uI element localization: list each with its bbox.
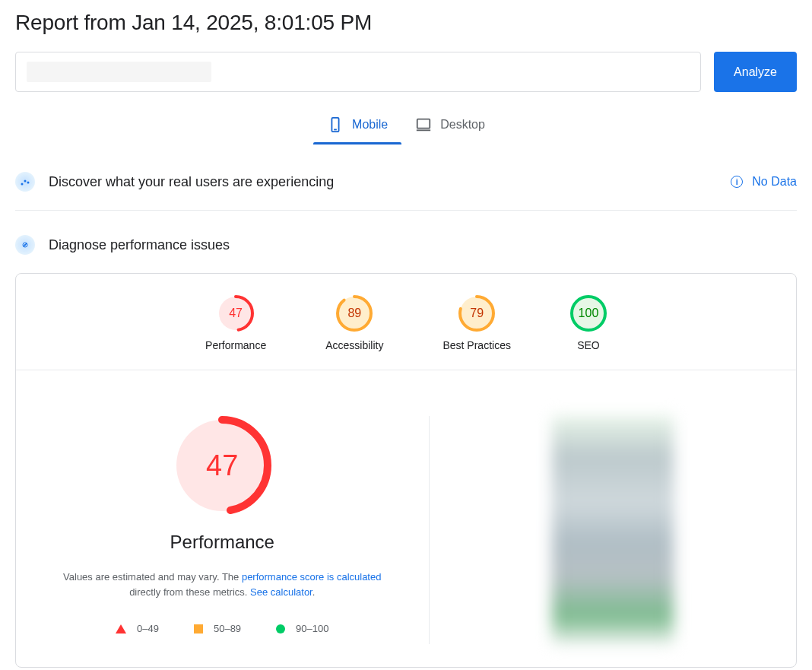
- gauge-row: 47 Performance 89 Accessibility: [16, 274, 796, 370]
- desktop-icon: [415, 116, 432, 133]
- svg-point-5: [24, 180, 27, 183]
- info-icon: i: [731, 176, 743, 188]
- legend-fail: 0–49: [116, 623, 159, 634]
- diagnose-icon: [15, 235, 35, 255]
- legend-pass: 90–100: [276, 623, 328, 634]
- performance-heading: Performance: [170, 532, 274, 553]
- platform-tabs: Mobile Desktop: [15, 110, 797, 144]
- svg-point-6: [27, 182, 30, 184]
- gauge-performance-score: 47: [217, 295, 254, 332]
- performance-detail: 47 Performance Values are estimated and …: [16, 370, 796, 667]
- legend-average: 50–89: [194, 623, 241, 634]
- diagnose-card: 47 Performance 89 Accessibility: [15, 273, 797, 668]
- tab-mobile[interactable]: Mobile: [313, 110, 401, 144]
- discover-icon: [15, 172, 35, 192]
- performance-large-score: 47: [173, 416, 271, 515]
- gauge-best-practices-score: 79: [458, 295, 495, 332]
- gauge-performance-label: Performance: [205, 339, 266, 351]
- discover-section-header: Discover what your real users are experi…: [15, 167, 797, 211]
- gauge-seo-score: 100: [570, 295, 607, 332]
- diagnose-title: Diagnose performance issues: [49, 237, 797, 253]
- calculator-link[interactable]: See calculator: [250, 586, 312, 598]
- score-legend: 0–49 50–89 90–100: [116, 623, 328, 634]
- url-input[interactable]: [15, 52, 701, 92]
- redacted-url: [27, 62, 211, 82]
- performance-gauge-large: 47: [173, 416, 271, 515]
- gauge-accessibility-score: 89: [336, 295, 373, 332]
- discover-title: Discover what your real users are experi…: [49, 174, 717, 190]
- diagnose-section-header: Diagnose performance issues: [15, 230, 797, 273]
- performance-description: Values are estimated and may vary. The p…: [55, 570, 389, 600]
- triangle-icon: [116, 624, 126, 633]
- analyze-button[interactable]: Analyze: [714, 52, 797, 92]
- score-calc-link[interactable]: performance score is calculated: [242, 571, 382, 583]
- tab-mobile-label: Mobile: [352, 118, 388, 132]
- gauge-accessibility[interactable]: 89 Accessibility: [325, 295, 383, 351]
- gauge-performance[interactable]: 47 Performance: [205, 295, 266, 351]
- circle-icon: [276, 624, 285, 633]
- square-icon: [194, 624, 203, 633]
- gauge-seo[interactable]: 100 SEO: [570, 295, 607, 351]
- tab-desktop[interactable]: Desktop: [401, 110, 499, 144]
- analyze-row: Analyze: [15, 52, 797, 92]
- svg-point-8: [24, 244, 26, 246]
- gauge-best-practices-label: Best Practices: [442, 339, 510, 351]
- gauge-seo-label: SEO: [577, 339, 600, 351]
- mobile-icon: [327, 116, 344, 133]
- no-data-indicator[interactable]: i No Data: [731, 175, 797, 189]
- page-title: Report from Jan 14, 2025, 8:01:05 PM: [15, 11, 797, 35]
- gauge-accessibility-label: Accessibility: [325, 339, 383, 351]
- no-data-label: No Data: [752, 175, 797, 189]
- page-screenshot-preview: [552, 416, 674, 644]
- gauge-best-practices[interactable]: 79 Best Practices: [442, 295, 510, 351]
- svg-rect-2: [417, 119, 430, 129]
- svg-point-4: [21, 183, 24, 186]
- tab-desktop-label: Desktop: [440, 118, 485, 132]
